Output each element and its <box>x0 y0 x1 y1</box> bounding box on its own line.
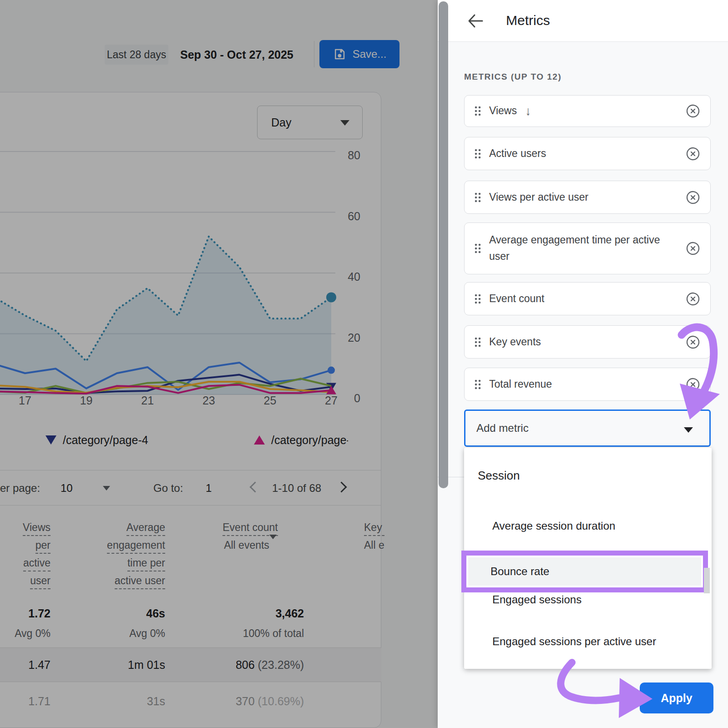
drag-handle-icon[interactable] <box>475 337 481 347</box>
back-arrow-icon[interactable] <box>467 13 484 29</box>
metrics-section-label: METRICS (UP TO 12) <box>464 72 561 82</box>
bounce-rate-annotation-box: Bounce rate <box>461 551 708 592</box>
screen: Last 28 days Sep 30 - Oct 27, 2025 Save.… <box>0 0 728 728</box>
report-area: Last 28 days Sep 30 - Oct 27, 2025 Save.… <box>0 0 438 728</box>
sort-descending-icon: ↓ <box>525 104 531 118</box>
remove-metric-icon[interactable] <box>686 377 700 392</box>
dropdown-item-engaged-sessions-per-active-user[interactable]: Engaged sessions per active user <box>492 635 656 648</box>
chevron-down-icon <box>684 427 693 433</box>
remove-metric-icon[interactable] <box>686 241 700 256</box>
remove-metric-icon[interactable] <box>686 104 700 118</box>
drag-handle-icon[interactable] <box>475 149 481 159</box>
dropdown-scrollbar[interactable] <box>704 568 710 593</box>
drag-handle-icon[interactable] <box>475 379 481 389</box>
metric-card-active-users[interactable]: Active users <box>464 137 711 170</box>
drag-handle-icon[interactable] <box>475 106 481 116</box>
apply-button[interactable]: Apply <box>640 682 713 713</box>
metric-card-views-per-active-user[interactable]: Views per active user <box>464 181 711 214</box>
dropdown-group-session: Session <box>478 469 520 483</box>
metric-card-total-revenue[interactable]: Total revenue <box>464 368 711 401</box>
remove-metric-icon[interactable] <box>686 335 700 349</box>
panel-scrollbar[interactable] <box>439 1 448 488</box>
dropdown-item-average-session-duration[interactable]: Average session duration <box>492 520 615 532</box>
metric-card-event-count[interactable]: Event count <box>464 282 711 315</box>
remove-metric-icon[interactable] <box>686 292 700 306</box>
metric-card-avg-engagement-time[interactable]: Average engagement time per active user <box>464 222 711 274</box>
remove-metric-icon[interactable] <box>686 147 700 161</box>
modal-dim-overlay <box>0 0 438 728</box>
panel-title: Metrics <box>506 13 550 28</box>
dropdown-item-engaged-sessions[interactable]: Engaged sessions <box>492 593 581 606</box>
drag-handle-icon[interactable] <box>475 294 481 304</box>
dropdown-item-bounce-rate[interactable]: Bounce rate <box>468 557 701 586</box>
drag-handle-icon[interactable] <box>475 243 481 253</box>
add-metric-dropdown[interactable]: Add metric <box>464 410 711 447</box>
metric-card-views[interactable]: Views ↓ <box>464 95 711 127</box>
remove-metric-icon[interactable] <box>686 190 700 205</box>
metric-options-dropdown: Session Average session duration Bounce … <box>464 448 712 669</box>
drag-handle-icon[interactable] <box>475 192 481 202</box>
metric-card-key-events[interactable]: Key events <box>464 325 711 359</box>
